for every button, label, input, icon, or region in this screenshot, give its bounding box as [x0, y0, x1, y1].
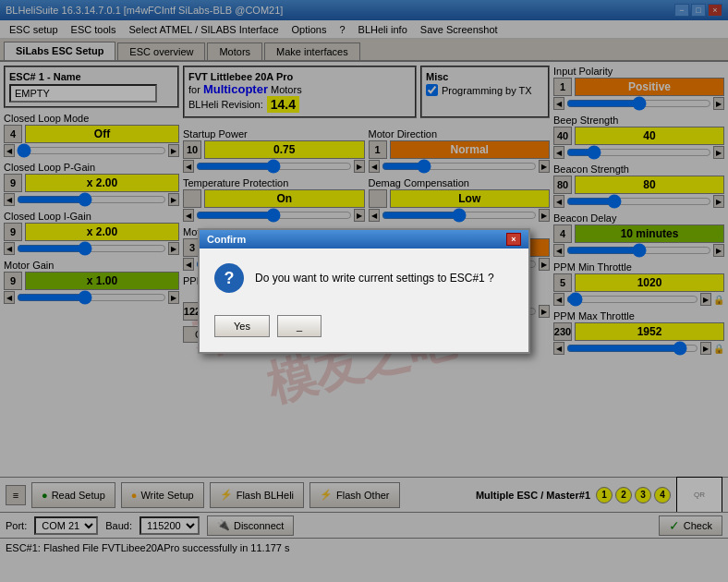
dialog-title-bar: Confirm × [200, 230, 528, 249]
dialog-close-button[interactable]: × [506, 233, 521, 246]
dialog-footer: Yes _ [200, 308, 528, 352]
confirm-dialog: Confirm × ? Do you want to write current… [198, 228, 530, 354]
dialog-yes-button[interactable]: Yes [214, 315, 270, 337]
confirm-dialog-overlay: Confirm × ? Do you want to write current… [0, 0, 728, 582]
dialog-title-text: Confirm [207, 234, 246, 245]
dialog-body: ? Do you want to write current settings … [200, 249, 528, 308]
dialog-question-icon: ? [214, 263, 244, 293]
dialog-message: Do you want to write current settings to… [255, 272, 494, 285]
dialog-cancel-button[interactable]: _ [277, 315, 322, 337]
